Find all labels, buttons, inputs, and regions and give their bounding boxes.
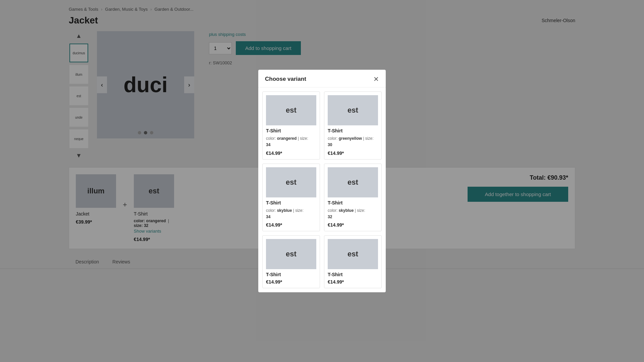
variant-name-6: T-Shirt — [328, 272, 378, 277]
variant-price-5: €14.99* — [266, 279, 316, 285]
variant-attrs-3: color: skyblue | size:34 — [266, 207, 316, 220]
modal-body: estT-Shirtcolor: orangered | size:34€14.… — [258, 87, 386, 292]
variant-card-4[interactable]: estT-Shirtcolor: skyblue | size:32€14.99… — [324, 164, 382, 231]
variant-name-1: T-Shirt — [266, 128, 316, 133]
variant-name-4: T-Shirt — [328, 200, 378, 205]
variant-img-3: est — [266, 167, 316, 197]
variant-card-3[interactable]: estT-Shirtcolor: skyblue | size:34€14.99… — [262, 164, 320, 231]
variant-price-2: €14.99* — [328, 150, 378, 156]
modal-title: Choose variant — [265, 76, 306, 82]
variant-img-4: est — [328, 167, 378, 197]
variant-price-3: €14.99* — [266, 222, 316, 228]
variant-attrs-2: color: greenyellow | size:30 — [328, 135, 378, 148]
variant-card-2[interactable]: estT-Shirtcolor: greenyellow | size:30€1… — [324, 92, 382, 159]
modal-header: Choose variant ✕ — [258, 70, 386, 87]
modal-close-button[interactable]: ✕ — [373, 76, 379, 82]
variant-img-6: est — [328, 239, 378, 269]
variant-price-1: €14.99* — [266, 150, 316, 156]
variant-img-1: est — [266, 95, 316, 125]
variant-card-5[interactable]: estT-Shirt€14.99* — [262, 235, 320, 288]
modal-overlay[interactable]: Choose variant ✕ estT-Shirtcolor: orange… — [0, 0, 644, 362]
variant-name-2: T-Shirt — [328, 128, 378, 133]
variant-card-1[interactable]: estT-Shirtcolor: orangered | size:34€14.… — [262, 92, 320, 159]
variant-attrs-1: color: orangered | size:34 — [266, 135, 316, 148]
variant-name-5: T-Shirt — [266, 272, 316, 277]
variant-card-6[interactable]: estT-Shirt€14.99* — [324, 235, 382, 288]
variant-price-4: €14.99* — [328, 222, 378, 228]
variant-img-2: est — [328, 95, 378, 125]
variant-price-6: €14.99* — [328, 279, 378, 285]
variant-name-3: T-Shirt — [266, 200, 316, 205]
variant-attrs-4: color: skyblue | size:32 — [328, 207, 378, 220]
variant-img-5: est — [266, 239, 316, 269]
modal: Choose variant ✕ estT-Shirtcolor: orange… — [258, 70, 386, 292]
